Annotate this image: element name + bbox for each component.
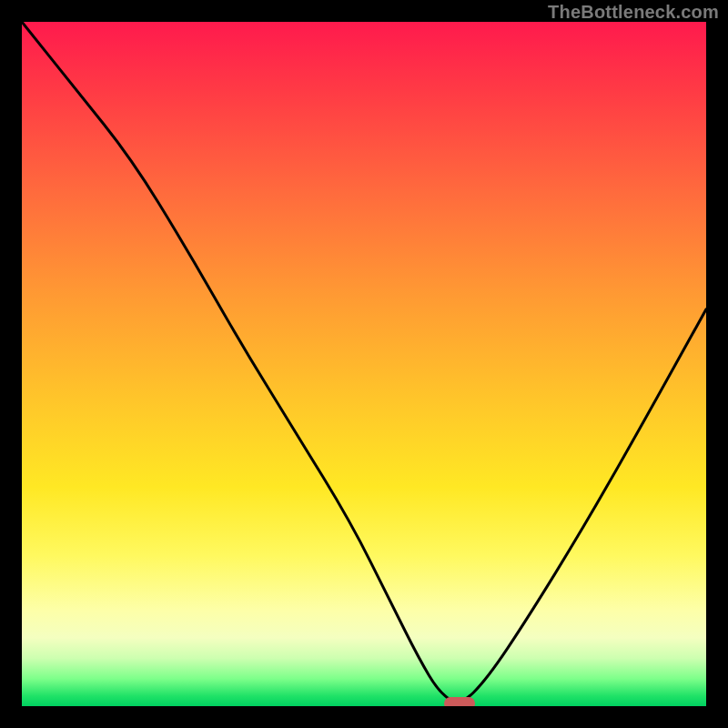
plot-area — [22, 22, 706, 706]
bottleneck-curve — [22, 22, 706, 706]
optimal-marker — [444, 697, 475, 706]
chart-frame: TheBottleneck.com — [0, 0, 728, 728]
watermark-text: TheBottleneck.com — [548, 2, 719, 23]
